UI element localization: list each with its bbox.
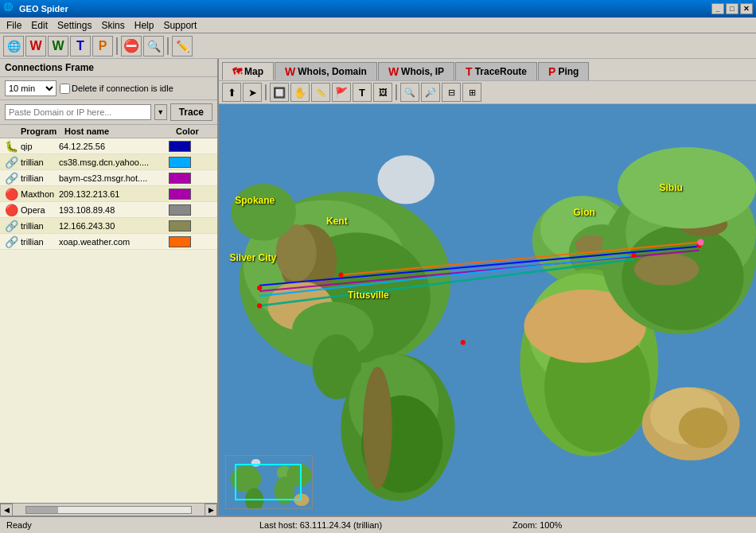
header-program: Program bbox=[21, 126, 64, 136]
svg-point-37 bbox=[257, 286, 262, 290]
table-row[interactable]: 🔗 trillian cs38.msg.dcn.yahoo.... bbox=[0, 154, 217, 170]
tab-whois-domain[interactable]: WWhois, Domain bbox=[275, 62, 377, 80]
stop-toolbar-btn[interactable]: ⛔ bbox=[121, 36, 142, 56]
svg-point-31 bbox=[679, 407, 727, 448]
conn-color-swatch bbox=[169, 157, 191, 168]
conn-icon: 🔴 bbox=[5, 188, 18, 200]
svg-point-10 bbox=[231, 184, 296, 241]
domain-input[interactable] bbox=[5, 104, 151, 120]
tabs-row: 🗺MapWWhois, DomainWWhois, IPTTraceRouteP… bbox=[219, 59, 756, 80]
toolbar-sep2 bbox=[167, 37, 169, 55]
tab-ping[interactable]: PPing bbox=[538, 62, 589, 80]
scroll-right-btn[interactable]: ▶ bbox=[205, 504, 217, 516]
tab-whois-ip[interactable]: WWhois, IP bbox=[378, 62, 454, 80]
mini-map-inner bbox=[226, 456, 312, 508]
status-zoom: Zoom: 100% bbox=[512, 520, 750, 530]
table-row[interactable]: 🔴 Opera 193.108.89.48 bbox=[0, 202, 217, 218]
main-toolbar: 🌐 W W T P ⛔ 🔍 ✏️ bbox=[0, 33, 756, 59]
status-last-host: Last host: 63.111.24.34 (trillian) bbox=[259, 520, 497, 530]
table-row[interactable]: 🔴 Maxthon 209.132.213.61 bbox=[0, 186, 217, 202]
connections-table: 🐛 qip 64.12.25.56 🔗 trillian cs38.msg.dc… bbox=[0, 138, 217, 503]
map-tab-icon: 🗺 bbox=[232, 66, 242, 77]
conn-icon: 🔗 bbox=[5, 156, 18, 169]
image-btn[interactable]: 🖼 bbox=[373, 83, 392, 102]
conn-color-swatch bbox=[169, 236, 191, 247]
svg-point-41 bbox=[632, 253, 637, 258]
flag-btn[interactable]: 🚩 bbox=[332, 83, 351, 102]
svg-point-28 bbox=[618, 147, 756, 228]
connections-frame-label: Connections Frame bbox=[5, 62, 94, 73]
map-toolbar: ⬆ ➤ 🔲 ✋ 📏 🚩 T 🖼 🔍 🔎 ⊟ ⊞ bbox=[219, 80, 756, 104]
conn-program: trillian bbox=[21, 237, 59, 247]
main-layout: Connections Frame 10 min 5 min 15 min 30… bbox=[0, 59, 756, 515]
cursor-toolbar-btn[interactable]: ✏️ bbox=[172, 36, 193, 56]
p-toolbar-btn[interactable]: P bbox=[92, 36, 113, 56]
nav-right-btn[interactable]: ➤ bbox=[243, 83, 262, 102]
hand-pan-btn[interactable]: ✋ bbox=[290, 83, 310, 102]
search-toolbar-btn[interactable]: 🔍 bbox=[143, 36, 164, 56]
ping-icon: P bbox=[548, 65, 555, 78]
conn-program: trillian bbox=[21, 173, 59, 183]
toolbar-sep1 bbox=[116, 37, 118, 55]
menu-help[interactable]: Help bbox=[130, 18, 159, 33]
conn-host: 64.12.25.56 bbox=[59, 142, 169, 151]
conn-host: xoap.weather.com bbox=[59, 237, 169, 247]
menu-settings[interactable]: Settings bbox=[53, 18, 96, 33]
conn-color-swatch bbox=[169, 141, 191, 152]
w2-toolbar-btn[interactable]: W bbox=[48, 36, 68, 56]
t-toolbar-btn[interactable]: T bbox=[70, 36, 91, 56]
table-row[interactable]: 🔗 trillian xoap.weather.com bbox=[0, 234, 217, 250]
conn-host: 209.132.213.61 bbox=[59, 189, 169, 199]
status-ready: Ready bbox=[6, 520, 244, 530]
table-row[interactable]: 🔗 trillian baym-cs23.msgr.hot.... bbox=[0, 170, 217, 186]
menu-edit[interactable]: Edit bbox=[26, 18, 53, 33]
connections-frame-header: Connections Frame bbox=[0, 59, 217, 77]
header-color: Color bbox=[176, 126, 208, 136]
ruler-btn[interactable]: 📏 bbox=[311, 83, 330, 102]
svg-point-40 bbox=[461, 340, 466, 344]
status-bar: Ready Last host: 63.111.24.34 (trillian)… bbox=[0, 515, 756, 533]
trace-row: ▼ Trace bbox=[0, 100, 217, 125]
zoom-out-btn[interactable]: 🔎 bbox=[421, 83, 440, 102]
svg-point-45 bbox=[230, 466, 261, 492]
delete-idle-label: Delete if connection is idle bbox=[60, 84, 173, 94]
svg-point-43 bbox=[697, 239, 703, 246]
close-button[interactable]: ✕ bbox=[740, 3, 753, 14]
delete-idle-checkbox[interactable] bbox=[60, 84, 70, 94]
zoom-region-btn[interactable]: 🔲 bbox=[270, 83, 289, 102]
conn-host: baym-cs23.msgr.hot.... bbox=[59, 173, 169, 183]
svg-point-39 bbox=[257, 303, 262, 308]
app-title: GEO Spider bbox=[19, 4, 711, 14]
tab-map[interactable]: 🗺Map bbox=[222, 62, 274, 80]
maximize-button[interactable]: □ bbox=[726, 3, 738, 14]
scroll-left-btn[interactable]: ◀ bbox=[0, 504, 13, 516]
right-panel: 🗺MapWWhois, DomainWWhois, IPTTraceRouteP… bbox=[219, 59, 756, 515]
mini-map bbox=[225, 455, 313, 509]
zoom-fit-btn[interactable]: ⊟ bbox=[442, 83, 461, 102]
text-tool-btn[interactable]: T bbox=[353, 83, 372, 102]
header-host: Host name bbox=[64, 126, 176, 136]
domain-dropdown-btn[interactable]: ▼ bbox=[154, 104, 167, 120]
window-controls[interactable]: _ □ ✕ bbox=[711, 3, 753, 14]
zoom-in-btn[interactable]: 🔍 bbox=[400, 83, 419, 102]
idle-time-select[interactable]: 10 min 5 min 15 min 30 min bbox=[5, 80, 57, 96]
conn-icon: 🔗 bbox=[5, 172, 18, 185]
menu-support[interactable]: Support bbox=[158, 18, 201, 33]
table-row[interactable]: 🔗 trillian 12.166.243.30 bbox=[0, 218, 217, 234]
globe-toolbar-btn[interactable]: 🌐 bbox=[3, 36, 24, 56]
zoom-window-btn[interactable]: ⊞ bbox=[462, 83, 481, 102]
menu-skins[interactable]: Skins bbox=[96, 18, 129, 33]
minimize-button[interactable]: _ bbox=[711, 3, 724, 14]
left-scrollbar[interactable]: ◀ ▶ bbox=[0, 503, 217, 515]
nav-up-btn[interactable]: ⬆ bbox=[222, 83, 241, 102]
tab-traceroute[interactable]: TTraceRoute bbox=[455, 62, 537, 80]
scroll-track bbox=[25, 506, 192, 514]
trace-button[interactable]: Trace bbox=[170, 103, 212, 121]
w1-toolbar-btn[interactable]: W bbox=[25, 36, 46, 56]
menu-file[interactable]: File bbox=[2, 18, 26, 33]
conn-program: qip bbox=[21, 142, 59, 151]
table-row[interactable]: 🐛 qip 64.12.25.56 bbox=[0, 138, 217, 154]
map-container[interactable]: Spokane Kent Silver City Titusville Gion… bbox=[219, 104, 756, 515]
conn-table-header: Program Host name Color bbox=[0, 125, 217, 138]
conn-program: Maxthon bbox=[21, 189, 59, 199]
